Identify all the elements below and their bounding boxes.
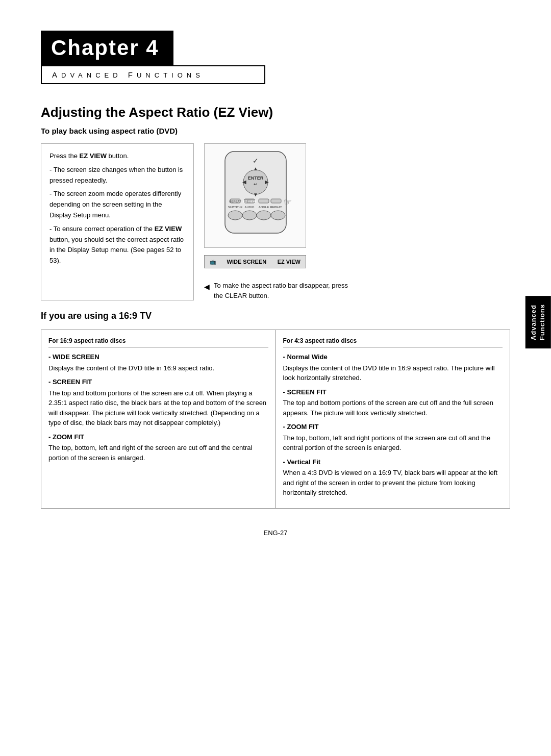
svg-text:EZ VIEW: EZ VIEW bbox=[243, 200, 256, 203]
remote-control-diagram: ✓ ENTER ↩ ▲ ▼ ◀ ▶ REPEAT bbox=[204, 143, 306, 248]
chapter-title: Chapter 4 bbox=[41, 31, 173, 65]
side-tab: AdvancedFunctions bbox=[525, 296, 551, 348]
svg-text:ENTER: ENTER bbox=[248, 175, 264, 181]
svg-text:◀: ◀ bbox=[242, 179, 246, 185]
col2-item-3: - ZOOM FIT The top, bottom, left and rig… bbox=[283, 422, 503, 453]
diagram-area: ✓ ENTER ↩ ▲ ▼ ◀ ▶ REPEAT bbox=[204, 143, 510, 300]
col2-header: For 4:3 aspect ratio discs bbox=[283, 336, 503, 348]
screen-bar-brand: 📺 bbox=[210, 259, 216, 265]
col2-desc-3: The top, bottom, left and right portions… bbox=[283, 433, 503, 453]
aspect-note-text: To make the aspect ratio bar disappear, … bbox=[214, 281, 357, 300]
aspect-ratio-table: For 16:9 aspect ratio discs - WIDE SCREE… bbox=[41, 330, 510, 509]
page-number: ENG-27 bbox=[41, 529, 510, 537]
col1-desc-2: The top and bottom portions of the scree… bbox=[48, 388, 268, 428]
section-title: Adjusting the Aspect Ratio (EZ View) bbox=[41, 105, 510, 120]
col2-item-2: - SCREEN FIT The top and bottom portions… bbox=[283, 387, 503, 418]
chapter-subtitle-text: ADVANCED FUNCTIONS bbox=[52, 70, 204, 79]
remote-svg: ✓ ENTER ↩ ▲ ▼ ◀ ▶ REPEAT bbox=[210, 149, 302, 241]
svg-text:✓: ✓ bbox=[253, 157, 259, 165]
col2-term-3: - ZOOM FIT bbox=[283, 422, 503, 432]
svg-text:▲: ▲ bbox=[253, 166, 258, 171]
svg-text:ANGLE: ANGLE bbox=[259, 206, 269, 209]
svg-text:AUDIO: AUDIO bbox=[244, 206, 254, 209]
col2-term-2: - SCREEN FIT bbox=[283, 387, 503, 397]
svg-text:REPEAT: REPEAT bbox=[229, 200, 241, 203]
col1-cell: For 16:9 aspect ratio discs - WIDE SCREE… bbox=[41, 330, 276, 509]
instruction-line3: - The screen zoom mode operates differen… bbox=[49, 189, 185, 220]
screen-bar-label: WIDE SCREEN bbox=[227, 259, 267, 265]
svg-text:REPEAT: REPEAT bbox=[270, 206, 282, 209]
svg-point-22 bbox=[271, 211, 285, 220]
col2-item-4: - Vertical Fit When a 4:3 DVD is viewed … bbox=[283, 457, 503, 498]
content-with-diagram: Press the EZ VIEW button. - The screen s… bbox=[41, 143, 510, 300]
svg-text:↩: ↩ bbox=[254, 182, 258, 187]
svg-text:SUBTITLE: SUBTITLE bbox=[228, 206, 243, 209]
col2-desc-1: Displays the content of the DVD title in… bbox=[283, 363, 503, 383]
svg-text:▶: ▶ bbox=[265, 179, 269, 185]
col2-term-1: - Normal Wide bbox=[283, 352, 503, 362]
svg-rect-13 bbox=[259, 199, 269, 203]
svg-text:▼: ▼ bbox=[253, 192, 258, 197]
screen-bar-right: EZ VIEW bbox=[278, 259, 300, 265]
instruction-line2: - The screen size changes when the butto… bbox=[49, 165, 185, 186]
instruction-line1: Press the EZ VIEW button. bbox=[49, 151, 185, 162]
instruction-line4: - To ensure correct operation of the EZ … bbox=[49, 224, 185, 266]
col1-item-1: - WIDE SCREEN Displays the content of th… bbox=[48, 352, 268, 373]
col1-desc-1: Displays the content of the DVD title in… bbox=[48, 363, 268, 373]
col2-desc-2: The top and bottom portions of the scree… bbox=[283, 398, 503, 418]
side-tab-text: AdvancedFunctions bbox=[530, 304, 546, 340]
svg-text:☞: ☞ bbox=[284, 197, 292, 207]
col2-desc-4: When a 4:3 DVD is viewed on a 16:9 TV, b… bbox=[283, 468, 503, 498]
col1-term-2: - SCREEN FIT bbox=[48, 377, 268, 387]
col1-term-3: - ZOOM FIT bbox=[48, 432, 268, 442]
col1-term-1: - WIDE SCREEN bbox=[48, 352, 268, 362]
col2-item-1: - Normal Wide Displays the content of th… bbox=[283, 352, 503, 383]
aspect-note: ◀ To make the aspect ratio bar disappear… bbox=[204, 281, 357, 300]
screen-bar: 📺 WIDE SCREEN EZ VIEW bbox=[204, 255, 306, 268]
col1-header: For 16:9 aspect ratio discs bbox=[48, 336, 268, 348]
subsection2-title: If you are using a 16:9 TV bbox=[41, 311, 510, 321]
col2-cell: For 4:3 aspect ratio discs - Normal Wide… bbox=[276, 330, 510, 509]
svg-point-19 bbox=[228, 211, 242, 220]
triangle-icon: ◀ bbox=[204, 282, 210, 292]
subsection1-title: To play back using aspect ratio (DVD) bbox=[41, 127, 510, 135]
col1-item-3: - ZOOM FIT The top, bottom, left and rig… bbox=[48, 432, 268, 463]
svg-point-21 bbox=[257, 211, 271, 220]
col1-desc-3: The top, bottom, left and right of the s… bbox=[48, 443, 268, 463]
chapter-header: Chapter 4 ADVANCED FUNCTIONS bbox=[41, 31, 510, 84]
col2-term-4: - Vertical Fit bbox=[283, 457, 503, 467]
svg-point-20 bbox=[242, 211, 257, 220]
svg-rect-14 bbox=[271, 199, 281, 203]
instructions-box: Press the EZ VIEW button. - The screen s… bbox=[41, 143, 194, 300]
col1-item-2: - SCREEN FIT The top and bottom portions… bbox=[48, 377, 268, 428]
chapter-subtitle: ADVANCED FUNCTIONS bbox=[41, 65, 265, 84]
